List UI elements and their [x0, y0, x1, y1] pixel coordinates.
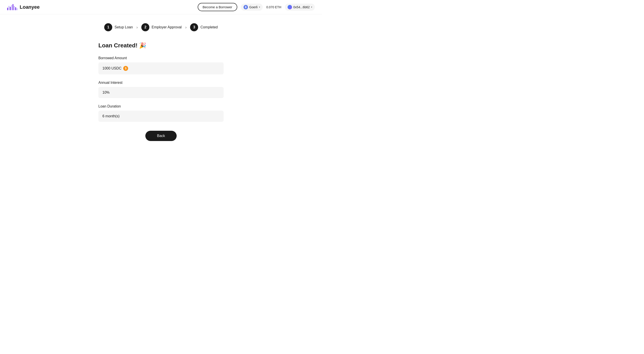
- logo-bar-1: [7, 7, 8, 10]
- network-selector[interactable]: Goerli ▾: [241, 3, 263, 11]
- annual-interest-label: Annual Interest: [98, 81, 224, 85]
- step-3: 3 Completed: [190, 23, 218, 31]
- stepper: 1 Setup Loan › 2 Employer Approval › 3 C…: [7, 23, 315, 31]
- step-arrow-2-icon: ›: [185, 25, 186, 30]
- logo-bars-icon: [7, 4, 18, 10]
- network-chevron-icon: ▾: [259, 6, 260, 8]
- content-area: Loan Created! 🎉 Borrowed Amount 1000 USD…: [98, 42, 224, 141]
- back-button-container: Back: [98, 131, 224, 141]
- loan-duration-label: Loan Duration: [98, 104, 224, 108]
- step-1-label: Setup Loan: [114, 25, 133, 29]
- step-3-circle: 3: [190, 23, 198, 31]
- logo-bar-2: [8, 6, 10, 10]
- logo-bar-8: [16, 8, 18, 10]
- borrowed-amount-value: 1000 USDC $: [98, 62, 224, 74]
- wallet-selector[interactable]: 0x54...6b62 ▾: [285, 3, 315, 11]
- logo-bar-4: [11, 5, 12, 10]
- logo-text: Loanyee: [20, 4, 40, 10]
- logo-bar-5: [12, 4, 14, 10]
- step-3-label: Completed: [200, 25, 218, 29]
- annual-interest-value: 10%: [98, 87, 224, 98]
- header: Loanyee Become a Borrower Goerli ▾ 0.070…: [0, 0, 322, 14]
- header-right: Become a Borrower Goerli ▾ 0.070 ETH 0x5…: [198, 3, 315, 11]
- eth-balance: 0.070 ETH: [266, 5, 281, 9]
- usdc-coin-icon: $: [123, 66, 128, 71]
- logo-bar-7: [15, 7, 16, 10]
- page-title: Loan Created! 🎉: [98, 42, 224, 49]
- wallet-avatar-icon: [288, 5, 292, 9]
- borrowed-amount-group: Borrowed Amount 1000 USDC $: [98, 56, 224, 74]
- logo: Loanyee: [7, 4, 40, 10]
- annual-interest-group: Annual Interest 10%: [98, 81, 224, 98]
- step-2: 2 Employer Approval: [141, 23, 182, 31]
- step-1-circle: 1: [104, 23, 112, 31]
- logo-bar-3: [10, 7, 11, 10]
- loan-duration-group: Loan Duration 6 month(s): [98, 104, 224, 122]
- ethereum-icon: [244, 5, 248, 9]
- network-name: Goerli: [249, 5, 258, 9]
- back-button[interactable]: Back: [145, 131, 177, 141]
- become-borrower-button[interactable]: Become a Borrower: [198, 3, 237, 11]
- borrowed-amount-label: Borrowed Amount: [98, 56, 224, 60]
- wallet-chevron-icon: ▾: [311, 6, 312, 8]
- loan-duration-value: 6 month(s): [98, 111, 224, 122]
- logo-bar-6: [14, 6, 15, 10]
- wallet-address: 0x54...6b62: [294, 5, 310, 9]
- step-1: 1 Setup Loan: [104, 23, 133, 31]
- step-2-circle: 2: [141, 23, 149, 31]
- step-2-label: Employer Approval: [152, 25, 182, 29]
- main-content: 1 Setup Loan › 2 Employer Approval › 3 C…: [0, 14, 322, 150]
- step-arrow-1-icon: ›: [136, 25, 138, 30]
